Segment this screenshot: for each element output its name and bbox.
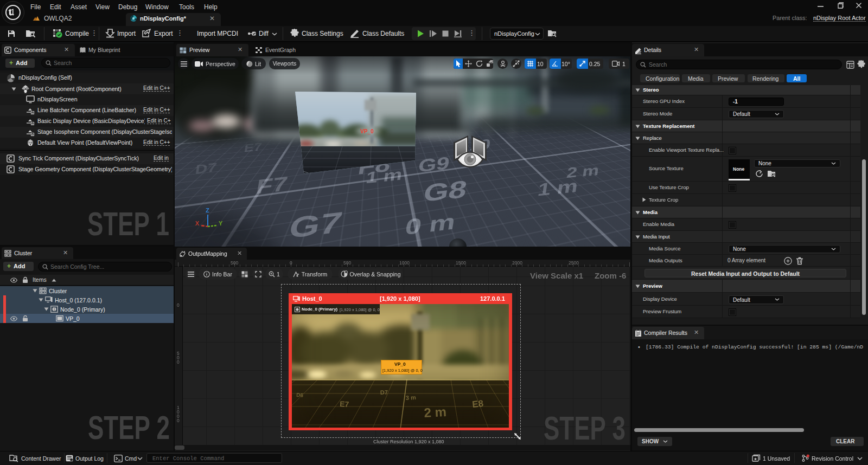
- svg-text:Y: Y: [219, 220, 223, 227]
- svg-text:X: X: [195, 220, 200, 227]
- svg-text:Z: Z: [206, 207, 209, 214]
